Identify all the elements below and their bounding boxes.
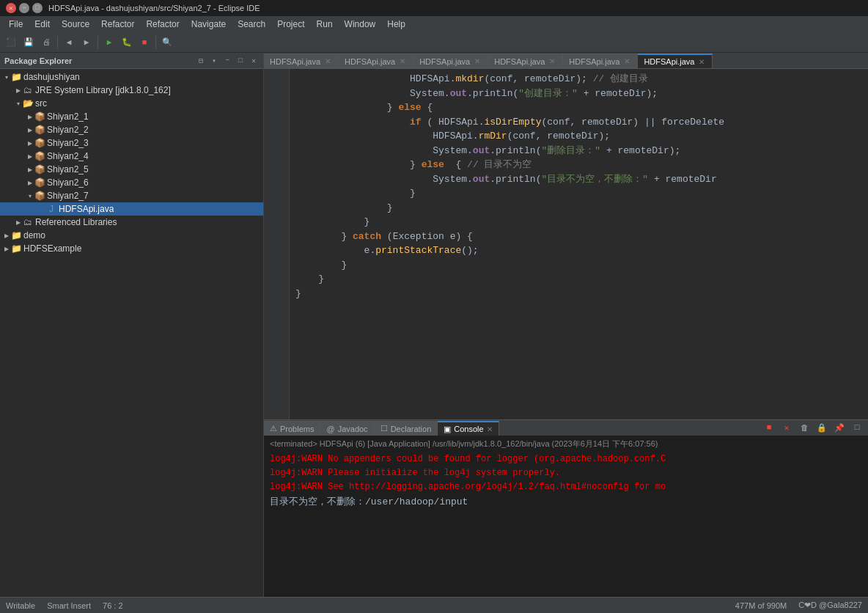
right-panel: HDFSApi.java ✕ HDFSApi.java ✕ HDFSApi.ja…: [264, 53, 868, 597]
tree-item-shiyan2-2[interactable]: ▶ 📦 Shiyan2_2: [0, 123, 263, 136]
code-editor[interactable]: ​ ​ ​ ​ ​ ​ ​ ​ ​ ​ ​ ​ ​ ​ ​ ​ HDFSApi.…: [264, 69, 868, 419]
tab-close-icon[interactable]: ✕: [697, 57, 706, 66]
editor-tabs: HDFSApi.java ✕ HDFSApi.java ✕ HDFSApi.ja…: [264, 53, 868, 69]
console-remove-btn[interactable]: ✕: [779, 419, 795, 436]
package-icon: 📦: [34, 111, 45, 122]
console-stop-btn[interactable]: ■: [761, 419, 777, 436]
toolbar-stop[interactable]: ■: [136, 34, 152, 51]
tree-item-shiyan2-3[interactable]: ▶ 📦 Shiyan2_3: [0, 136, 263, 150]
tab-label: HDFSApi.java: [270, 57, 320, 66]
menu-edit[interactable]: Edit: [29, 16, 56, 32]
tree-item-shiyan2-4[interactable]: ▶ 📦 Shiyan2_4: [0, 150, 263, 163]
toolbar-save[interactable]: 💾: [21, 34, 37, 51]
project-icon: 📁: [10, 243, 22, 254]
expand-icon: ▶: [15, 87, 22, 94]
window-title: HDFSApi.java - dashujushiyan/src/Shiyan2…: [48, 4, 862, 12]
console-panel[interactable]: <terminated> HDFSApi (6) [Java Applicati…: [264, 436, 868, 597]
minimize-button[interactable]: −: [19, 3, 29, 13]
pe-tree: ▾ 📁 dashujushiyan ▶ 🗂 JRE System Library…: [0, 69, 263, 597]
window-controls[interactable]: ✕ − □: [6, 3, 43, 13]
console-scroll-lock-btn[interactable]: 🔒: [814, 419, 830, 436]
tree-item-shiyan2-5[interactable]: ▶ 📦 Shiyan2_5: [0, 163, 263, 176]
tab-label: HDFSApi.java: [419, 57, 470, 66]
expand-icon: ▾: [26, 193, 34, 199]
tree-label: Shiyan2_1: [47, 111, 89, 122]
tab-javadoc[interactable]: @ Javadoc: [320, 421, 374, 436]
project-icon: 📁: [10, 230, 22, 241]
tab-declaration[interactable]: ☐ Declaration: [375, 421, 438, 436]
maximize-button[interactable]: □: [32, 3, 43, 13]
status-insert-mode: Smart Insert: [47, 601, 91, 610]
pe-minimize-icon[interactable]: −: [222, 56, 232, 66]
tab-problems[interactable]: ⚠ Problems: [264, 421, 320, 436]
expand-icon: ▾: [3, 74, 10, 81]
tab-hdfsapi-3[interactable]: HDFSApi.java ✕: [413, 54, 488, 68]
tab-close-icon[interactable]: ✕: [398, 57, 407, 66]
status-writable: Writable: [6, 601, 35, 610]
tree-item-hdfsapi[interactable]: J HDFSApi.java: [0, 202, 263, 216]
tab-close-icon[interactable]: ✕: [323, 57, 332, 66]
javadoc-label: Javadoc: [338, 425, 368, 433]
tree-label: dashujushiyan: [23, 72, 80, 82]
pe-collapse-icon[interactable]: ⊟: [196, 56, 206, 66]
menu-bar: File Edit Source Refactor Refactor Navig…: [0, 16, 868, 32]
tree-label: Shiyan2_6: [47, 177, 89, 188]
pe-header-icons: ⊟ ▾ − □ ✕: [196, 56, 259, 66]
tab-close-icon[interactable]: ✕: [622, 57, 631, 66]
toolbar-forward[interactable]: ▶: [78, 34, 95, 51]
tab-hdfsapi-4[interactable]: HDFSApi.java ✕: [488, 54, 563, 68]
tree-item-shiyan2-6[interactable]: ▶ 📦 Shiyan2_6: [0, 176, 263, 189]
menu-search[interactable]: Search: [232, 16, 271, 32]
package-icon: 📦: [34, 137, 45, 149]
title-bar: ✕ − □ HDFSApi.java - dashujushiyan/src/S…: [0, 0, 868, 16]
code-content[interactable]: HDFSApi.mkdir(conf, remoteDir); // 创建目录 …: [290, 69, 868, 419]
tab-hdfsapi-1[interactable]: HDFSApi.java ✕: [264, 54, 339, 68]
console-clear-btn[interactable]: 🗑: [796, 419, 812, 436]
menu-navigate[interactable]: Navigate: [185, 16, 232, 32]
tab-hdfsapi-5[interactable]: HDFSApi.java ✕: [563, 54, 638, 68]
declaration-label: Declaration: [391, 425, 432, 433]
tree-item-shiyan2-7[interactable]: ▾ 📦 Shiyan2_7: [0, 189, 263, 202]
menu-run[interactable]: Run: [311, 16, 339, 32]
main-layout: Package Explorer ⊟ ▾ − □ ✕ ▾ 📁 dashujush…: [0, 53, 868, 597]
menu-source[interactable]: Source: [56, 16, 95, 32]
console-close-icon[interactable]: ✕: [487, 425, 493, 433]
pe-maximize-icon[interactable]: □: [235, 56, 246, 66]
close-button[interactable]: ✕: [6, 3, 16, 13]
tab-hdfsapi-6[interactable]: HDFSApi.java ✕: [638, 54, 713, 68]
javadoc-icon: @: [326, 425, 334, 433]
package-icon: 📦: [34, 177, 45, 188]
package-icon: 📦: [34, 190, 45, 202]
console-pin-btn[interactable]: 📌: [831, 419, 847, 436]
tree-item-shiyan2-1[interactable]: ▶ 📦 Shiyan2_1: [0, 110, 263, 123]
menu-project[interactable]: Project: [271, 16, 310, 32]
toolbar-run[interactable]: ▶: [101, 34, 117, 51]
toolbar-back[interactable]: ◀: [61, 34, 77, 51]
tree-item-hdfsexample[interactable]: ▶ 📁 HDFSExample: [0, 242, 263, 255]
menu-window[interactable]: Window: [339, 16, 382, 32]
menu-refactor2[interactable]: Refactor: [140, 16, 185, 32]
tab-close-icon[interactable]: ✕: [473, 57, 482, 66]
status-memory: 477M of 990M: [735, 601, 787, 610]
tree-item-demo[interactable]: ▶ 📁 demo: [0, 229, 263, 242]
expand-icon: ▶: [26, 153, 34, 160]
pe-menu-icon[interactable]: ▾: [209, 56, 219, 66]
tab-close-icon[interactable]: ✕: [548, 57, 556, 66]
toolbar-print[interactable]: 🖨: [38, 34, 54, 51]
tree-item-jre[interactable]: ▶ 🗂 JRE System Library [jdk1.8.0_162]: [0, 84, 263, 97]
toolbar-new[interactable]: ⬛: [3, 34, 19, 51]
menu-refactor1[interactable]: Refactor: [95, 16, 140, 32]
tree-item-src[interactable]: ▾ 📂 src: [0, 97, 263, 110]
console-maximize-btn[interactable]: □: [849, 419, 865, 436]
menu-help[interactable]: Help: [381, 16, 411, 32]
tree-item-reflibs[interactable]: ▶ 🗂 Referenced Libraries: [0, 216, 263, 229]
pe-close-icon[interactable]: ✕: [249, 56, 259, 66]
toolbar-search[interactable]: 🔍: [159, 34, 175, 51]
tab-console[interactable]: ▣ Console ✕: [438, 421, 499, 436]
package-explorer-title: Package Explorer: [4, 56, 72, 65]
tree-item-dashujushiyan[interactable]: ▾ 📁 dashujushiyan: [0, 70, 263, 84]
menu-file[interactable]: File: [3, 16, 29, 32]
toolbar-debug[interactable]: 🐛: [119, 34, 135, 51]
tab-hdfsapi-2[interactable]: HDFSApi.java ✕: [339, 54, 413, 68]
status-right: 477M of 990M C❤D @Gala8227: [735, 601, 862, 610]
